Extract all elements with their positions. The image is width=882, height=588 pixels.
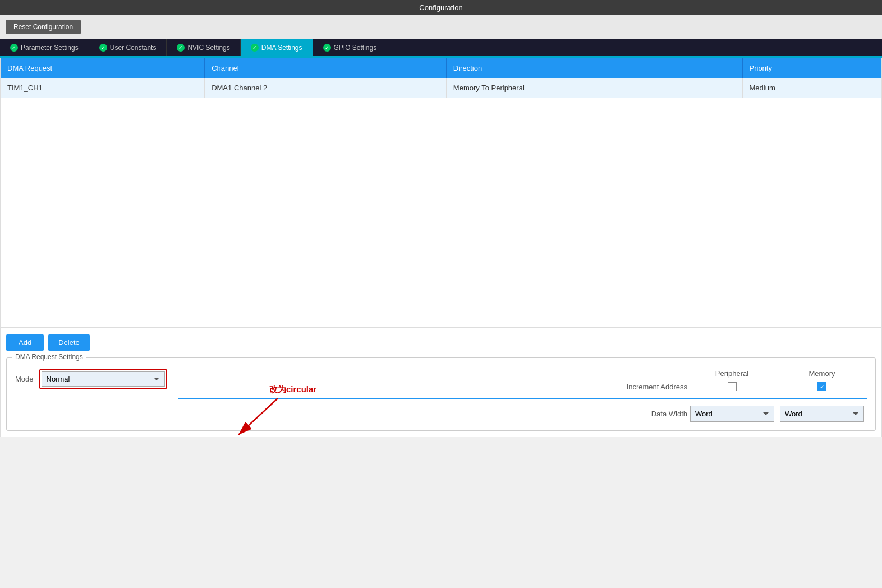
action-buttons: Add Delete [1,328,881,357]
dma-table: DMA Request Channel Direction Priority T… [1,58,881,98]
col-header-priority: Priority [742,58,881,78]
reset-configuration-button[interactable]: Reset Configuration [6,20,81,34]
peripheral-data-width-select[interactable]: Byte Half Word Word [690,406,774,422]
data-width-label: Data Width [178,410,687,418]
increment-address-label: Increment Address [178,383,687,391]
peripheral-data-width-cell: Byte Half Word Word [687,406,777,422]
inc-header-row: Peripheral Memory [178,369,867,378]
tab-parameter[interactable]: ✓ Parameter Settings [0,39,89,56]
peripheral-increment-checkbox[interactable] [728,382,737,391]
tab-gpio-label: GPIO Settings [334,44,377,52]
cell-priority: Medium [742,78,881,98]
settings-content: Mode Normal Circular Peripheral Memory [7,358,875,430]
cell-request: TIM1_CH1 [1,78,205,98]
data-width-selects: Byte Half Word Word Byte Half Word Word [687,406,867,422]
peripheral-header: Peripheral [687,369,777,378]
col-header-direction: Direction [446,58,742,78]
mode-select-wrapper: Normal Circular [39,369,167,389]
peripheral-checkbox-cell [687,382,777,391]
tab-user-check-icon: ✓ [99,44,107,52]
tab-gpio-check-icon: ✓ [323,44,331,52]
cell-direction: Memory To Peripheral [446,78,742,98]
dma-table-area: DMA Request Channel Direction Priority T… [1,58,881,328]
title-bar: Configuration [0,0,882,15]
add-button[interactable]: Add [6,334,44,351]
settings-legend: DMA Request Settings [12,353,86,361]
memory-increment-checkbox[interactable]: ✓ [817,382,826,391]
tab-nvic-check-icon: ✓ [177,44,185,52]
tab-dma-label: DMA Settings [261,44,302,52]
delete-button[interactable]: Delete [48,334,90,351]
memory-header: Memory [777,369,867,378]
tab-user-label: User Constants [110,44,157,52]
table-header-row: DMA Request Channel Direction Priority [1,58,881,78]
tab-user[interactable]: ✓ User Constants [89,39,167,56]
table-row[interactable]: TIM1_CH1DMA1 Channel 2Memory To Peripher… [1,78,881,98]
mode-select[interactable]: Normal Circular [42,371,165,387]
mode-section: Mode Normal Circular [15,369,167,389]
data-width-row: Data Width Byte Half Word Word [178,399,867,422]
right-panel: Peripheral Memory Increment Address ✓ [178,369,867,422]
tab-dma-check-icon: ✓ [251,44,259,52]
memory-data-width-select[interactable]: Byte Half Word Word [780,406,864,422]
cell-channel: DMA1 Channel 2 [205,78,447,98]
toolbar: Reset Configuration [0,15,882,39]
increment-address-checks: ✓ [687,382,867,391]
col-header-channel: Channel [205,58,447,78]
app-title: Configuration [419,3,462,12]
tabs-bar: ✓ Parameter Settings ✓ User Constants ✓ … [0,39,882,58]
memory-checkbox-cell: ✓ [777,382,867,391]
tab-dma[interactable]: ✓ DMA Settings [241,39,313,56]
tab-nvic-label: NVIC Settings [187,44,229,52]
tab-nvic[interactable]: ✓ NVIC Settings [167,39,240,56]
dma-request-settings: DMA Request Settings Mode Normal Circula… [6,357,876,431]
tab-parameter-check-icon: ✓ [10,44,18,52]
main-content: DMA Request Channel Direction Priority T… [0,58,882,437]
tab-gpio[interactable]: ✓ GPIO Settings [313,39,388,56]
mode-label: Mode [15,375,34,383]
col-header-request: DMA Request [1,58,205,78]
tab-parameter-label: Parameter Settings [21,44,79,52]
increment-address-row: Increment Address ✓ [178,382,867,399]
memory-data-width-cell: Byte Half Word Word [777,406,867,422]
